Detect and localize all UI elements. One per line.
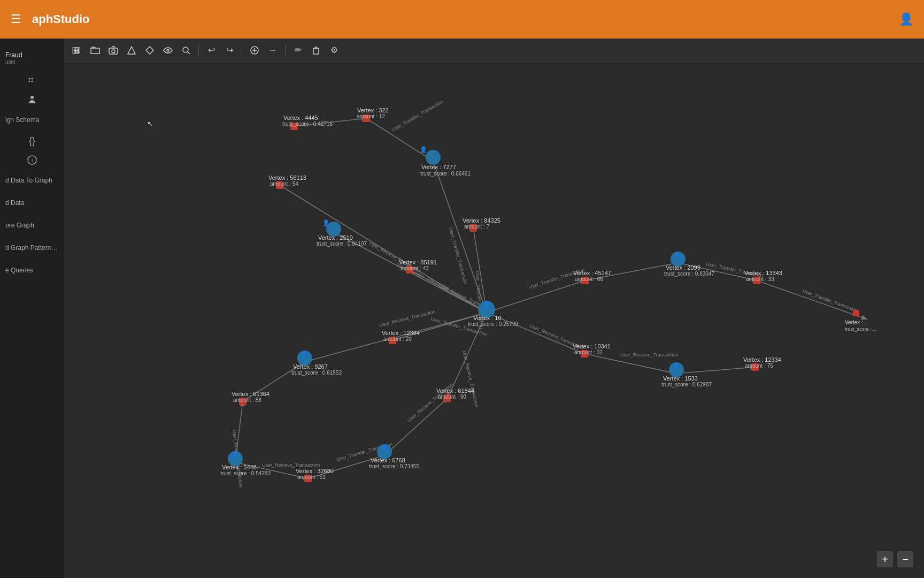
- toolbar-sep2: [242, 45, 242, 56]
- toolbar-layout-btn[interactable]: ⊞: [72, 44, 80, 56]
- node-n1-sub: trust_score : 0.42716: [282, 121, 333, 127]
- node-n16-label: Vertex : 12334: [743, 356, 781, 363]
- svg-point-11: [167, 49, 169, 51]
- node-n18-label: Vertex : 61844: [436, 387, 474, 394]
- toolbar-add-btn[interactable]: [247, 43, 262, 58]
- sidebar-item-fraud[interactable]: Fraud user: [0, 44, 64, 72]
- node-n7-label: Vertex : 85191: [399, 259, 437, 265]
- sidebar-info-icon[interactable]: i: [0, 151, 64, 169]
- node-n3[interactable]: [426, 150, 441, 165]
- zoom-out-btn[interactable]: −: [897, 551, 913, 567]
- edge-n11-ext: [757, 280, 866, 319]
- sidebar-brackets-icon[interactable]: {}: [0, 131, 64, 151]
- node-n3-icon: 👤: [420, 146, 427, 153]
- node-n13-label: Vertex : 10341: [573, 343, 611, 349]
- svg-point-2: [29, 81, 30, 82]
- toolbar: ⊞ ↩ ↪ → ✏ ⚙ ⊞: [64, 39, 924, 62]
- graph-canvas: User_Transfer_Transaction User_Transfer_…: [64, 62, 924, 578]
- toolbar-search-btn[interactable]: [179, 43, 194, 58]
- sidebar-expand-icon[interactable]: [0, 72, 64, 90]
- toolbar-settings-btn[interactable]: ⚙: [327, 43, 342, 58]
- toolbar-shape-btn[interactable]: [124, 43, 139, 58]
- node-n3-label: Vertex : 7277: [421, 164, 456, 170]
- node-n19-sub: trust_score : 0.54283: [220, 470, 271, 476]
- node-center-sub: trust_score : 0.25799: [468, 321, 518, 327]
- node-n5-sub: trust_score : 0.84107: [317, 241, 367, 247]
- node-n10-icon: 👤: [674, 251, 681, 258]
- node-n2-label: Vertex : 322: [357, 107, 389, 113]
- node-ext-sub: trust_score : ...: [845, 326, 877, 332]
- toolbar-camera-btn[interactable]: [106, 43, 121, 58]
- toolbar-undo-btn[interactable]: ↩: [204, 43, 219, 58]
- node-n10-sub: trust_score : 0.83047: [664, 271, 714, 277]
- node-n12-label: Vertex : 12384: [382, 330, 420, 336]
- edge-label-n14-center: User_Recieve_Transaction: [379, 309, 436, 328]
- toolbar-eye-btn[interactable]: [160, 43, 175, 58]
- menu-icon[interactable]: ☰: [11, 12, 21, 26]
- node-n10-label: Vertex : 2099: [666, 264, 700, 271]
- node-n11-sub: amount : 33: [746, 276, 774, 282]
- node-n5-label: Vertex : 2510: [318, 234, 353, 241]
- sidebar-item-load-data-graph[interactable]: d Data To Graph: [0, 169, 64, 192]
- sidebar-item-graph-patterns[interactable]: d Graph Patterns BETA: [0, 237, 64, 259]
- svg-point-3: [32, 81, 33, 82]
- node-ext-label: Vertex : ...: [845, 320, 869, 325]
- toolbar-arrow-btn[interactable]: →: [265, 43, 280, 58]
- node-n20-label: Vertex : 6768: [371, 457, 405, 463]
- node-n7-sub: amount : 43: [401, 265, 429, 271]
- sidebar-item-explore-data[interactable]: d Data: [0, 192, 64, 214]
- node-n11-label: Vertex : 13343: [744, 270, 782, 276]
- edge-n20-n18: [384, 398, 448, 455]
- sidebar: Fraud user ign Schema {} i d Data To Gra…: [0, 39, 64, 578]
- sidebar-item-label: Fraud: [5, 51, 59, 59]
- sidebar-person-icon[interactable]: [0, 90, 64, 109]
- toolbar-pencil-btn[interactable]: ✏: [290, 43, 305, 58]
- toolbar-diamond-btn[interactable]: [142, 43, 157, 58]
- toolbar-sep3: [285, 45, 286, 56]
- node-n20-sub: trust_score : 0.73455: [369, 463, 419, 469]
- svg-point-8: [112, 50, 115, 53]
- node-n15-label: Vertex : 1533: [663, 375, 698, 382]
- header: ☰ aphStudio 👤: [0, 0, 924, 39]
- node-n20-icon: 👤: [380, 444, 388, 451]
- toolbar-folder-btn[interactable]: [88, 43, 103, 58]
- node-n15-icon: 👤: [672, 362, 680, 369]
- sidebar-item-design-schema[interactable]: ign Schema: [0, 109, 64, 131]
- svg-marker-10: [146, 47, 153, 54]
- node-n14-label: Vertex : 9267: [293, 363, 328, 370]
- sidebar-sub-label: user: [5, 59, 59, 65]
- svg-text:i: i: [32, 157, 33, 163]
- sidebar-item-explore-graph[interactable]: ore Graph: [0, 214, 64, 237]
- graph-svg: User_Transfer_Transaction User_Transfer_…: [64, 62, 924, 578]
- node-n16-sub: amount : 75: [745, 363, 773, 369]
- svg-rect-17: [313, 48, 319, 54]
- node-center-label: Vertex : 10: [473, 315, 502, 321]
- beta-badge: BETA: [57, 244, 64, 253]
- edge-label-n19-n21: User_Recieve_Transaction: [262, 462, 320, 468]
- node-n1-label: Vertex : 4445: [283, 115, 318, 121]
- node-n17-sub: amount : 88: [233, 397, 261, 403]
- cursor-indicator: ↖: [147, 119, 153, 128]
- edge-n15-n16: [676, 367, 755, 374]
- node-n5-icon: 👤: [322, 219, 330, 226]
- svg-point-4: [30, 96, 34, 99]
- zoom-in-btn[interactable]: +: [877, 551, 893, 567]
- app-logo: aphStudio: [32, 12, 90, 26]
- node-n14-sub: trust_score : 0.61553: [291, 370, 342, 376]
- node-center-icon: 👤: [482, 300, 491, 309]
- node-n19-icon: 👤: [231, 451, 238, 458]
- toolbar-redo-btn[interactable]: ↪: [222, 43, 237, 58]
- edge-label-n2-n3: User_Transfer_Transaction: [391, 99, 444, 133]
- svg-line-13: [188, 52, 190, 54]
- toolbar-delete-btn[interactable]: [309, 43, 324, 58]
- svg-point-1: [32, 78, 33, 80]
- sidebar-item-queries[interactable]: e Queries: [0, 259, 64, 282]
- node-n13-sub: amount : 32: [574, 349, 603, 355]
- node-n9-sub: amount : 66: [575, 276, 603, 282]
- node-n3-sub: trust_score : 0.66461: [420, 171, 471, 177]
- node-n21-sub: amount : 51: [297, 474, 326, 480]
- node-n18-sub: amount : 90: [438, 394, 466, 400]
- node-n14-icon: 👤: [301, 350, 308, 358]
- user-icon[interactable]: 👤: [899, 12, 913, 26]
- node-ext-transaction[interactable]: [853, 310, 859, 316]
